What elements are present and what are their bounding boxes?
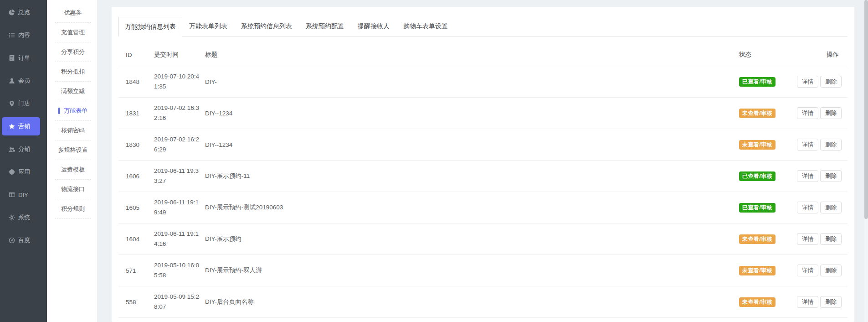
cell-actions: 详情删除 <box>795 76 839 88</box>
table-row: 5712019-05-10 16:05:58DIY-展示预约-双人游未查看/审核… <box>118 255 847 286</box>
submenu-item-多规格设置[interactable]: 多规格设置 <box>55 140 91 160</box>
cell-status: 未查看/审核 <box>739 109 795 118</box>
detail-button[interactable]: 详情 <box>797 76 818 88</box>
column-header-id: ID <box>126 52 154 58</box>
cell-title: DIY-展示预约-测试20190603 <box>200 203 739 212</box>
cell-title: DIY- <box>200 78 739 85</box>
submenu-item-label: 满额立减 <box>61 87 85 95</box>
cell-id: 1604 <box>126 236 154 243</box>
content-card: 万能预约信息列表万能表单列表系统预约信息列表系统预约配置提醒接收人购物车表单设置… <box>112 7 854 322</box>
column-header-time: 提交时间 <box>154 50 200 60</box>
sidebar-item-label: 会员 <box>18 77 30 85</box>
submenu-item-物流接口[interactable]: 物流接口 <box>55 180 91 199</box>
status-badge: 已查看/审核 <box>739 171 776 181</box>
detail-button[interactable]: 详情 <box>797 296 818 308</box>
table-row: 18302019-07-02 16:26:29DIY--1234未查看/审核详情… <box>118 129 847 161</box>
status-badge: 未查看/审核 <box>739 297 776 307</box>
submenu-item-分享积分[interactable]: 分享积分 <box>55 42 91 62</box>
scrollbar-thumb[interactable] <box>864 0 868 219</box>
detail-button[interactable]: 详情 <box>797 139 818 151</box>
main-sidebar: 总览内容订单会员门店营销分销应用DIY系统百度 <box>0 0 47 322</box>
submenu-item-充值管理[interactable]: 充值管理 <box>55 23 91 42</box>
sidebar-item-总览[interactable]: 总览 <box>0 1 47 24</box>
cell-id: 558 <box>126 299 154 306</box>
cell-id: 1848 <box>126 78 154 85</box>
status-badge: 未查看/审核 <box>739 140 776 150</box>
delete-button[interactable]: 删除 <box>820 76 842 88</box>
sidebar-item-label: 应用 <box>18 168 30 176</box>
submenu-item-积分抵扣[interactable]: 积分抵扣 <box>55 62 91 82</box>
layout-icon <box>8 192 15 198</box>
sidebar-item-系统[interactable]: 系统 <box>0 206 47 229</box>
detail-button[interactable]: 详情 <box>797 233 818 245</box>
detail-button[interactable]: 详情 <box>797 265 818 276</box>
cell-actions: 详情删除 <box>795 202 839 213</box>
list-icon <box>8 32 15 39</box>
delete-button[interactable]: 删除 <box>820 202 842 213</box>
sidebar-item-会员[interactable]: 会员 <box>0 69 47 92</box>
sidebar-item-门店[interactable]: 门店 <box>0 92 47 115</box>
cell-status: 已查看/审核 <box>739 171 795 181</box>
cell-status: 未查看/审核 <box>739 140 795 150</box>
submenu-item-核销密码[interactable]: 核销密码 <box>55 121 91 140</box>
table-row: 5582019-05-09 15:28:07DIY-后台页面名称未查看/审核详情… <box>118 286 847 318</box>
detail-button[interactable]: 详情 <box>797 107 818 119</box>
cell-submit-time: 2019-05-10 16:05:58 <box>154 260 200 280</box>
tab-购物车表单设置[interactable]: 购物车表单设置 <box>396 17 455 36</box>
cell-status: 未查看/审核 <box>739 266 795 275</box>
tab-万能预约信息列表[interactable]: 万能预约信息列表 <box>118 17 182 36</box>
sidebar-item-DIY[interactable]: DIY <box>0 183 47 206</box>
table-header: ID 提交时间 标题 状态 操作 <box>118 36 847 66</box>
detail-button[interactable]: 详情 <box>797 170 818 182</box>
tab-系统预约配置[interactable]: 系统预约配置 <box>299 17 351 36</box>
submenu-item-label: 充值管理 <box>61 28 85 36</box>
delete-button[interactable]: 删除 <box>820 265 842 276</box>
sidebar-item-营销[interactable]: 营销 <box>2 117 40 135</box>
table-row: 16042019-06-11 19:14:16DIY-展示预约未查看/审核详情删… <box>118 223 847 255</box>
submenu-item-积分规则[interactable]: 积分规则 <box>55 199 91 219</box>
star-icon <box>8 123 15 130</box>
sidebar-item-应用[interactable]: 应用 <box>0 161 47 183</box>
status-badge: 已查看/审核 <box>739 203 776 213</box>
table-row: 18312019-07-02 16:32:16DIY--1234未查看/审核详情… <box>118 98 847 129</box>
submenu-item-label: 核销密码 <box>61 126 85 135</box>
cell-submit-time: 2019-07-02 16:32:16 <box>154 103 200 123</box>
cell-title: DIY--1234 <box>200 110 739 117</box>
sidebar-item-分销[interactable]: 分销 <box>0 138 47 161</box>
status-badge: 未查看/审核 <box>739 109 776 118</box>
delete-button[interactable]: 删除 <box>820 170 842 182</box>
sidebar-item-百度[interactable]: 百度 <box>0 229 47 252</box>
users-icon <box>8 146 15 153</box>
submenu-item-label: 运费模板 <box>61 166 85 174</box>
sidebar-item-label: 百度 <box>18 236 30 244</box>
compass-icon <box>8 237 15 244</box>
column-header-title: 标题 <box>200 51 739 59</box>
delete-button[interactable]: 删除 <box>820 139 842 151</box>
delete-button[interactable]: 删除 <box>820 107 842 119</box>
delete-button[interactable]: 删除 <box>820 233 842 245</box>
cell-id: 1605 <box>126 204 154 211</box>
tab-系统预约信息列表[interactable]: 系统预约信息列表 <box>234 17 299 36</box>
sub-sidebar: 优惠券充值管理分享积分积分抵扣满额立减万能表单核销密码多规格设置运费模板物流接口… <box>47 0 97 322</box>
tab-提醒接收人[interactable]: 提醒接收人 <box>351 17 396 36</box>
submenu-item-优惠券[interactable]: 优惠券 <box>55 3 91 23</box>
status-badge: 未查看/审核 <box>739 234 776 244</box>
table-row: 18482019-07-10 20:41:35DIY-已查看/审核详情删除 <box>118 66 847 98</box>
detail-button[interactable]: 详情 <box>797 202 818 213</box>
tab-万能表单列表[interactable]: 万能表单列表 <box>182 17 234 36</box>
column-header-status: 状态 <box>739 51 795 59</box>
submenu-item-label: 积分规则 <box>61 205 85 213</box>
submenu-item-万能表单[interactable]: 万能表单 <box>55 101 91 121</box>
submenu-item-运费模板[interactable]: 运费模板 <box>55 160 91 180</box>
column-header-ops: 操作 <box>795 51 839 59</box>
pie-icon <box>8 9 15 16</box>
tab-bar: 万能预约信息列表万能表单列表系统预约信息列表系统预约配置提醒接收人购物车表单设置 <box>118 17 847 36</box>
sidebar-item-内容[interactable]: 内容 <box>0 24 47 47</box>
puzzle-icon <box>8 169 15 176</box>
submenu-item-满额立减[interactable]: 满额立减 <box>55 82 91 101</box>
delete-button[interactable]: 删除 <box>820 296 842 308</box>
cell-id: 1831 <box>126 110 154 117</box>
sidebar-item-订单[interactable]: 订单 <box>0 47 47 69</box>
cell-status: 已查看/审核 <box>739 203 795 213</box>
table-row: 16052019-06-11 19:19:49DIY-展示预约-测试201906… <box>118 192 847 223</box>
